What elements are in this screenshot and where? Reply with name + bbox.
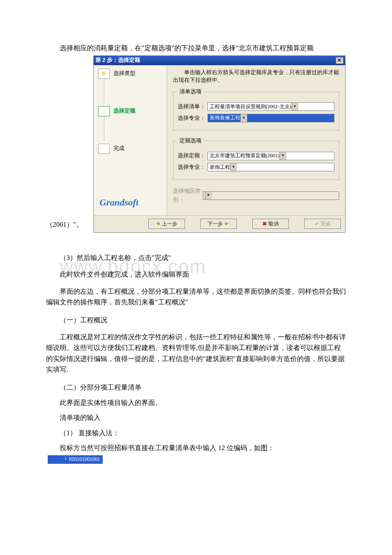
intro-text: 选择相应的消耗量定额，在"定额选项"的下拉菜单里，选择"北京市建筑工程预算定额 [46,43,346,54]
next-button[interactable]: 下一步 ☛ [200,219,237,229]
dialog-titlebar: 第 2 步：选择定额 ✕ [94,56,345,65]
step-label: 选择类型 [113,69,135,78]
x-icon: ✖ [262,220,267,228]
group-legend: 清单选项 [178,87,203,96]
combo-value: 工程量清单项目设置规则(2002-北京) [210,103,291,111]
dialog-content: 单击输入框右方箭头可选择定额库及专业，只有注册过的库才能出现在下拉选框中。 清单… [167,65,345,215]
chevron-down-icon[interactable]: ▼ [291,103,298,110]
para-3: （3）然后输入工程名称，点击"完成" [46,252,346,263]
combo-value: 北京市建筑工程预算定额(2001) [210,152,280,160]
grandsoft-logo: Grandsoft [100,195,139,210]
close-icon[interactable]: ✕ [336,57,343,64]
dialog-title: 第 2 步：选择定额 [95,56,140,65]
prev-button[interactable]: ☚ 上一步 [148,219,185,229]
select-list-label: 选择清单： [178,102,208,111]
hand-right-icon: ☛ [225,220,229,228]
select-spec-combo[interactable]: 装饰装修工程 ▼ [208,114,334,122]
select-quota-label: 选择定额： [178,151,208,160]
step-select-type[interactable]: 📁 选择类型 [98,69,167,79]
chevron-down-icon[interactable]: ▼ [230,163,237,171]
dialog-buttonbar: ☚ 上一步 下一步 ☛ ✖ 取消 ✔ 完成 [94,215,345,232]
chevron-down-icon[interactable]: ▼ [280,152,286,160]
para-entity: 此界面是实体性项目输入的界面。 [46,397,346,408]
finish-icon [98,144,110,154]
folder-icon: 📁 [98,69,110,79]
step-label: 选择定额 [113,107,135,116]
chevron-down-icon[interactable]: ▼ [240,114,247,122]
combo-value: 装饰工程 [210,163,230,171]
para-bidder: 投标方当然可按照招标书直接在工程量清单表中输入 12 位编码，如图： └0201… [46,442,346,464]
btn-label: 下一步 [208,220,223,228]
para-input-title: 清单项的输入 [46,412,346,423]
wizard-dialog: 第 2 步：选择定额 ✕ 📁 选择类型 选择定额 完成 Grands [93,55,346,233]
hand-left-icon: ☚ [156,220,160,228]
btn-label: 上一步 [162,220,177,228]
combo-value: 装饰装修工程 [210,114,240,122]
heading-2: （二）分部分项工程量清单 [46,382,346,393]
step-label: 完成 [113,144,124,153]
hint-text: 单击输入框右方箭头可选择定额库及专业，只有注册过的库才能出现在下拉选框中。 [173,69,339,84]
quota-icon [98,106,110,116]
cancel-button[interactable]: ✖ 取消 [252,219,289,229]
code-chip: └020101001001 [48,455,103,464]
para-done: 此时软件文件创建完成，进入软件编辑界面 [46,269,346,280]
region-combo: ▼ [203,191,339,200]
list-options-group: 清单选项 选择清单： 工程量清单项目设置规则(2002-北京) ▼ 选择专业： … [173,87,339,130]
select-list-combo[interactable]: 工程量清单项目设置规则(2002-北京) ▼ [208,102,334,111]
year-suffix: （2001）"。 [46,219,83,234]
group-legend: 定额选项 [178,136,203,145]
btn-label: 取消 [268,220,279,228]
para-direct-input: （1） 直接输入法： [46,428,346,439]
wizard-sidebar: 📁 选择类型 选择定额 完成 Grandsoft [94,65,167,215]
select-spec2-combo[interactable]: 装饰工程 ▼ [208,163,334,171]
select-spec2-label: 选择专业： [178,163,208,172]
para-overview: 工程概况是对工程的情况作文字性的标识，包括一些工程特征和属性等，一般在招标书中都… [46,332,346,375]
step-finish[interactable]: 完成 [98,144,167,154]
select-quota-combo[interactable]: 北京市建筑工程预算定额(2001) ▼ [208,152,334,160]
chevron-down-icon: ▼ [205,192,212,199]
code-value: 020101001001 [69,457,100,462]
tree-icon: └ [64,457,67,462]
quota-options-group: 定额选项 选择定额： 北京市建筑工程预算定额(2001) ▼ 选择专业： 装饰工… [173,136,339,179]
check-icon: ✔ [314,220,319,228]
bidder-text: 投标方当然可按照招标书直接在工程量清单表中输入 12 位编码，如图： [60,444,274,451]
para-layout: 界面的左边，有工程概况，分部分项工程量清单等，这些都是界面切换的页签。同样也符合… [46,286,346,308]
step-select-quota[interactable]: 选择定额 [98,106,167,116]
region-label: 选择地区类别： [173,187,203,205]
finish-button: ✔ 完成 [304,219,341,229]
heading-1: （一）工程概况 [46,315,346,326]
select-spec-label: 选择专业： [178,114,208,123]
btn-label: 完成 [320,220,331,228]
